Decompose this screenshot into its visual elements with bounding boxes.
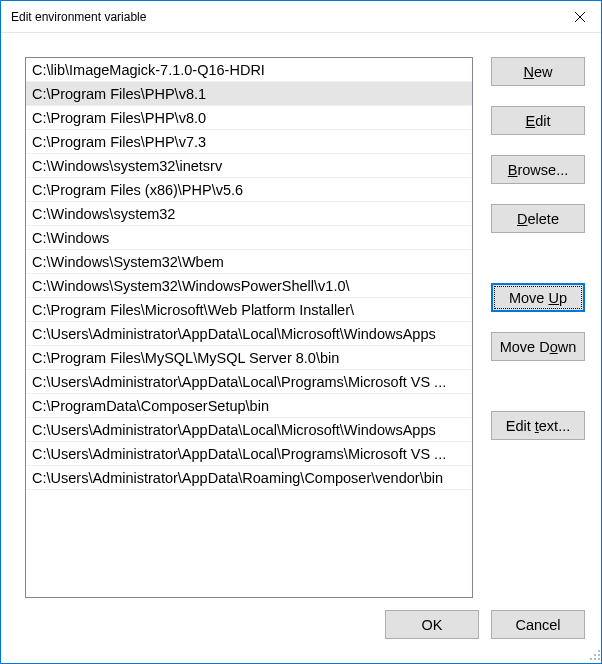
browse-button[interactable]: Browse... — [491, 155, 585, 184]
list-item[interactable]: C:\Users\Administrator\AppData\Roaming\C… — [26, 466, 472, 490]
new-button[interactable]: New — [491, 57, 585, 86]
svg-point-4 — [598, 654, 600, 656]
dialog-footer: OK Cancel — [1, 598, 602, 653]
edit-button[interactable]: Edit — [491, 106, 585, 135]
svg-point-6 — [594, 658, 596, 660]
list-item[interactable]: C:\Program Files\MySQL\MySQL Server 8.0\… — [26, 346, 472, 370]
cancel-button[interactable]: Cancel — [491, 610, 585, 639]
list-item[interactable]: C:\Users\Administrator\AppData\Local\Pro… — [26, 442, 472, 466]
main-area: C:\lib\ImageMagick-7.1.0-Q16-HDRIC:\Prog… — [1, 33, 602, 598]
dialog-content: C:\lib\ImageMagick-7.1.0-Q16-HDRIC:\Prog… — [1, 33, 602, 653]
list-item[interactable]: C:\ProgramData\ComposerSetup\bin — [26, 394, 472, 418]
list-item[interactable]: C:\Users\Administrator\AppData\Local\Mic… — [26, 322, 472, 346]
list-item[interactable]: C:\lib\ImageMagick-7.1.0-Q16-HDRI — [26, 58, 472, 82]
close-icon — [575, 12, 585, 22]
ok-button[interactable]: OK — [385, 610, 479, 639]
window-title: Edit environment variable — [11, 10, 146, 24]
list-item[interactable]: C:\Program Files\Microsoft\Web Platform … — [26, 298, 472, 322]
move-down-button[interactable]: Move Down — [491, 332, 585, 361]
svg-point-7 — [598, 658, 600, 660]
delete-button[interactable]: Delete — [491, 204, 585, 233]
close-button[interactable] — [557, 1, 602, 33]
list-item[interactable]: C:\Windows — [26, 226, 472, 250]
list-item[interactable]: C:\Windows\system32 — [26, 202, 472, 226]
list-item[interactable]: C:\Windows\System32\WindowsPowerShell\v1… — [26, 274, 472, 298]
list-item[interactable]: C:\Program Files\PHP\v8.1 — [26, 82, 472, 106]
list-item[interactable]: C:\Program Files (x86)\PHP\v5.6 — [26, 178, 472, 202]
move-up-button[interactable]: Move Up — [491, 283, 585, 312]
edit-text-button[interactable]: Edit text... — [491, 411, 585, 440]
side-buttons: New Edit Browse... Delete Move Up Move D… — [491, 57, 585, 598]
list-item[interactable]: C:\Users\Administrator\AppData\Local\Pro… — [26, 370, 472, 394]
list-item[interactable]: C:\Windows\System32\Wbem — [26, 250, 472, 274]
list-item[interactable]: C:\Users\Administrator\AppData\Local\Mic… — [26, 418, 472, 442]
path-list[interactable]: C:\lib\ImageMagick-7.1.0-Q16-HDRIC:\Prog… — [25, 57, 473, 598]
list-item[interactable]: C:\Program Files\PHP\v8.0 — [26, 106, 472, 130]
svg-point-5 — [590, 658, 592, 660]
svg-point-3 — [594, 654, 596, 656]
list-item[interactable]: C:\Program Files\PHP\v7.3 — [26, 130, 472, 154]
titlebar: Edit environment variable — [1, 1, 602, 33]
list-item[interactable]: C:\Windows\system32\inetsrv — [26, 154, 472, 178]
